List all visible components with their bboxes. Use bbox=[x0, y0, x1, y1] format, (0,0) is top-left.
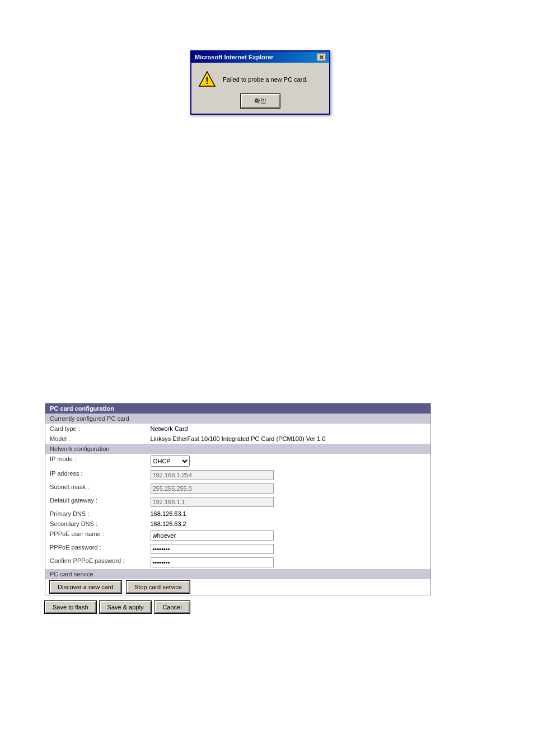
svg-text:!: ! bbox=[205, 76, 208, 86]
ie-dialog: Microsoft Internet Explorer ✕ ! Failed t… bbox=[190, 50, 330, 115]
subnet-mask-label: Subnet mask : bbox=[45, 482, 146, 495]
network-section-header: Network configuration bbox=[45, 444, 431, 454]
save-apply-button[interactable]: Save & apply bbox=[100, 601, 152, 613]
model-value: Linksys EtherFast 10/100 Integrated PC C… bbox=[146, 434, 431, 444]
dialog-ok-button[interactable]: 확인 bbox=[241, 94, 280, 108]
pppoe-user-input[interactable] bbox=[151, 530, 274, 541]
dialog-titlebar: Microsoft Internet Explorer ✕ bbox=[191, 51, 329, 63]
save-to-flash-button[interactable]: Save to flash bbox=[45, 601, 96, 613]
secondary-dns-value: 168.126.63.2 bbox=[146, 519, 431, 529]
model-label: Model : bbox=[45, 434, 146, 444]
ip-address-label: IP address : bbox=[45, 468, 146, 482]
card-type-value: Network Card bbox=[146, 424, 431, 434]
stop-card-service-button[interactable]: Stop card service bbox=[127, 581, 190, 593]
discover-card-button[interactable]: Discover a new card bbox=[50, 581, 121, 593]
ip-mode-value: DHCP Static PPPoE bbox=[146, 454, 431, 468]
pppoe-password-input[interactable] bbox=[151, 544, 274, 554]
default-gateway-label: Default gateway : bbox=[45, 495, 146, 509]
primary-dns-value: 168.126.63.1 bbox=[146, 509, 431, 519]
currently-section-header: Currently configured PC card bbox=[45, 414, 431, 424]
cancel-button[interactable]: Cancel bbox=[154, 601, 189, 613]
service-buttons-row: Discover a new card Stop card service bbox=[45, 579, 431, 595]
card-type-label: Card type : bbox=[45, 424, 146, 434]
subnet-mask-input[interactable] bbox=[151, 483, 274, 494]
dialog-close-button[interactable]: ✕ bbox=[317, 53, 326, 61]
ip-mode-label: IP mode : bbox=[45, 454, 146, 468]
section-header: PC card configuration bbox=[45, 403, 431, 414]
main-content: PC card configuration Currently configur… bbox=[45, 403, 431, 613]
confirm-pppoe-label: Confirm PPPoE password : bbox=[45, 556, 146, 569]
config-table: PC card configuration Currently configur… bbox=[45, 403, 431, 595]
pppoe-user-label: PPPoE user name : bbox=[45, 529, 146, 542]
service-section-header: PC card service bbox=[45, 569, 431, 579]
ip-mode-select[interactable]: DHCP Static PPPoE bbox=[151, 456, 190, 467]
confirm-pppoe-input[interactable] bbox=[151, 557, 274, 567]
warning-icon: ! bbox=[198, 71, 216, 88]
dialog-message: Failed to probe a new PC card. bbox=[223, 76, 308, 83]
primary-dns-label: Primary DNS : bbox=[45, 509, 146, 519]
dialog-message-row: ! Failed to probe a new PC card. bbox=[198, 71, 322, 88]
dialog-title: Microsoft Internet Explorer bbox=[195, 54, 274, 60]
ip-address-input[interactable] bbox=[151, 470, 274, 480]
pppoe-password-label: PPPoE password : bbox=[45, 542, 146, 556]
dialog-body: ! Failed to probe a new PC card. 확인 bbox=[191, 63, 329, 114]
bottom-buttons: Save to flash Save & apply Cancel bbox=[45, 601, 431, 613]
secondary-dns-label: Secondary DNS : bbox=[45, 519, 146, 529]
default-gateway-input[interactable] bbox=[151, 497, 274, 507]
